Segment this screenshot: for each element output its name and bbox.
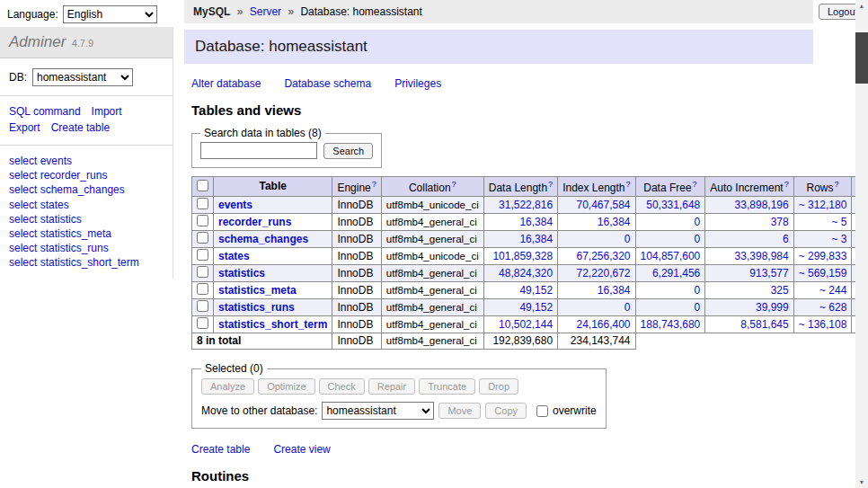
row-checkbox[interactable] [197,266,208,278]
cell-auto-increment-link[interactable]: 33,398,984 [735,250,789,262]
table-link-statistics-meta[interactable]: statistics_meta [218,284,297,297]
cell-index-length-link[interactable]: 24,166,400 [576,318,630,331]
overwrite-checkbox[interactable] [536,405,548,417]
cell-rows-link[interactable]: ~ 299,833 [799,250,847,262]
search-input[interactable] [200,142,317,159]
selected-action-repair[interactable]: Repair [368,378,415,395]
cell-data-free-link[interactable]: 188,743,680 [641,318,701,331]
row-checkbox[interactable] [197,317,208,329]
search-button[interactable]: Search [323,143,373,159]
table-link-recorder-runs[interactable]: recorder_runs [218,216,291,228]
scrollbar-down-arrow-icon[interactable]: ▼ [855,476,868,488]
selected-action-optimize[interactable]: Optimize [258,378,314,395]
row-checkbox[interactable] [197,283,208,295]
sidebar-select-statistics-short-term[interactable]: select statistics_short_term [9,255,164,270]
cell-auto-increment-link[interactable]: 33,898,196 [735,199,789,211]
row-checkbox[interactable] [197,249,208,261]
move-database-select[interactable]: homeassistant [322,402,434,420]
help-link[interactable]: ? [452,180,456,189]
table-link-statistics-runs[interactable]: statistics_runs [218,301,295,314]
cell-data-free-link[interactable]: 104,857,600 [641,250,701,262]
table-link-schema-changes[interactable]: schema_changes [218,233,308,245]
cell-auto-increment-link[interactable]: 39,999 [756,301,789,314]
db-select[interactable]: homeassistant [32,68,133,86]
copy-button[interactable]: Copy [485,403,527,419]
cell-data-free-link[interactable]: 6,291,456 [652,267,700,279]
cell-rows-link[interactable]: ~ 244 [819,284,846,297]
help-link[interactable]: ? [548,180,553,189]
sidebar-select-statistics-meta[interactable]: select statistics_meta [9,226,164,241]
help-link[interactable]: ? [693,180,697,189]
sidebar-action-export[interactable]: Export [9,121,40,134]
cell-data-length-link[interactable]: 16,384 [519,216,553,228]
cell-index-length-link[interactable]: 0 [624,233,631,245]
db-link-alter-database[interactable]: Alter database [191,77,261,90]
sidebar-action-import[interactable]: Import [92,105,122,118]
cell-auto-increment-link[interactable]: 325 [771,284,789,297]
scrollbar-up-arrow-icon[interactable]: ▲ [855,0,868,12]
sidebar-select-statistics-runs[interactable]: select statistics_runs [9,241,164,255]
link-create-table[interactable]: Create table [191,443,250,456]
cell-data-length-link[interactable]: 16,384 [519,233,553,245]
selected-action-check[interactable]: Check [319,378,365,395]
selected-action-analyze[interactable]: Analyze [201,378,254,395]
breadcrumb-mysql-link[interactable]: MySQL [193,5,230,18]
cell-auto-increment-link[interactable]: 913,577 [749,267,788,279]
cell-data-length-link[interactable]: 49,152 [519,301,553,314]
table-link-states[interactable]: states [218,250,250,262]
scrollbar[interactable]: ▲ ▼ [855,0,868,488]
help-link[interactable]: ? [784,180,789,189]
cell-index-length-link[interactable]: 67,256,320 [576,250,630,262]
selected-action-truncate[interactable]: Truncate [419,378,475,395]
cell-data-length-link[interactable]: 48,824,320 [499,267,553,279]
sidebar-select-statistics[interactable]: select statistics [9,212,164,226]
cell-rows-link[interactable]: ~ 628 [819,301,846,314]
cell-rows-link[interactable]: ~ 136,108 [799,318,847,331]
cell-index-length-link[interactable]: 0 [624,301,631,314]
cell-index-length-link[interactable]: 72,220,672 [576,267,630,279]
help-link[interactable]: ? [372,180,376,189]
cell-rows-link[interactable]: ~ 3 [831,233,846,245]
cell-rows-link[interactable]: ~ 569,159 [799,267,847,279]
sidebar-select-schema-changes[interactable]: select schema_changes [9,182,164,197]
cell-data-free-link[interactable]: 50,331,648 [646,199,700,211]
link-create-view[interactable]: Create view [273,443,330,456]
row-checkbox[interactable] [197,232,208,244]
sidebar-action-sql-command[interactable]: SQL command [9,105,81,118]
selected-action-drop[interactable]: Drop [479,378,518,395]
cell-index-length-link[interactable]: 16,384 [598,284,631,297]
cell-data-free-link[interactable]: 0 [695,284,701,297]
row-checkbox[interactable] [197,215,208,226]
table-link-statistics[interactable]: statistics [218,267,265,279]
help-link[interactable]: ? [626,180,631,189]
row-checkbox[interactable] [197,300,208,312]
cell-auto-increment-link[interactable]: 378 [771,216,789,228]
cell-data-length-link[interactable]: 101,859,328 [492,250,553,262]
cell-auto-increment-link[interactable]: 8,581,645 [740,318,788,331]
table-link-statistics-short-term[interactable]: statistics_short_term [218,318,327,331]
breadcrumb-server-link[interactable]: Server [250,5,281,18]
help-link[interactable]: ? [835,180,839,189]
select-all-checkbox[interactable] [197,180,208,191]
cell-data-length-link[interactable]: 31,522,816 [499,199,553,211]
cell-data-free-link[interactable]: 0 [695,233,701,245]
sidebar-select-events[interactable]: select events [9,154,164,168]
language-select[interactable]: English [63,5,157,23]
db-link-database-schema[interactable]: Database schema [284,77,371,90]
scrollbar-thumb[interactable] [855,32,868,84]
db-link-privileges[interactable]: Privileges [394,77,441,90]
sidebar-select-recorder-runs[interactable]: select recorder_runs [9,168,164,182]
table-link-events[interactable]: events [218,199,252,211]
cell-index-length-link[interactable]: 16,384 [598,216,631,228]
move-button[interactable]: Move [438,403,481,419]
cell-data-length-link[interactable]: 10,502,144 [499,318,553,331]
cell-auto-increment-link[interactable]: 6 [783,233,789,245]
sidebar-action-create-table[interactable]: Create table [51,121,110,134]
cell-rows-link[interactable]: ~ 312,180 [799,199,847,211]
cell-data-length-link[interactable]: 49,152 [519,284,553,297]
cell-rows-link[interactable]: ~ 5 [831,216,846,228]
row-checkbox[interactable] [197,198,208,209]
sidebar-select-states[interactable]: select states [9,198,164,212]
cell-data-free-link[interactable]: 0 [695,216,701,228]
cell-index-length-link[interactable]: 70,467,584 [576,199,630,211]
